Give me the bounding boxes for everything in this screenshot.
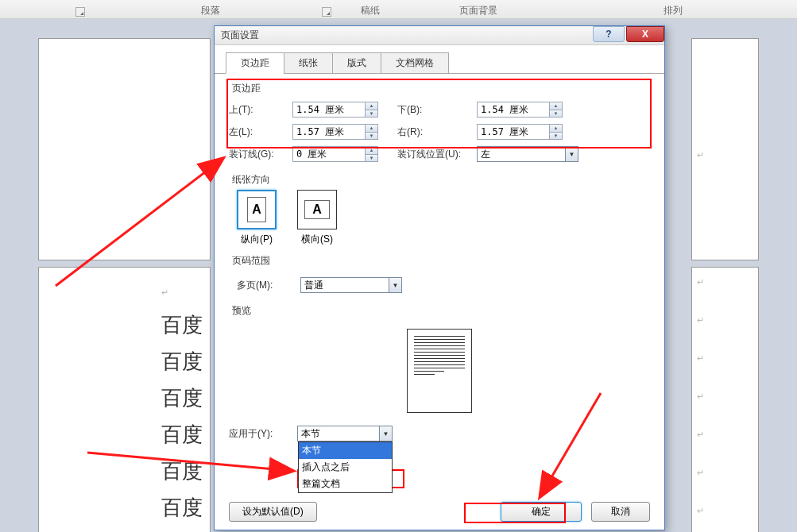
- gutter-pos-label: 装订线位置(U):: [397, 148, 477, 161]
- tab-margins[interactable]: 页边距: [226, 52, 284, 74]
- multipage-value[interactable]: [301, 278, 389, 292]
- gutter-spinner[interactable]: ▲▼: [292, 146, 378, 162]
- paragraph-mark-icon: ↵: [697, 391, 704, 402]
- chevron-down-icon[interactable]: ▼: [379, 426, 392, 441]
- gutter-pos-value[interactable]: [478, 147, 565, 161]
- paragraph-mark-icon: ↵: [697, 468, 704, 478]
- button-label: 确定: [532, 506, 551, 517]
- tab-label: 文档网格: [396, 57, 434, 68]
- right-margin-input[interactable]: [478, 125, 549, 139]
- doc-text: 百度: [161, 380, 210, 417]
- group-legend: 页码范围: [229, 254, 273, 268]
- dialog-tabs: 页边距 纸张 版式 文档网格: [215, 45, 664, 74]
- landscape-label: 横向(S): [301, 233, 333, 246]
- page-setup-dialog: 页面设置 ? X 页边距 纸张 版式 文档网格 页边距 上(T): ▲▼ 下(B…: [214, 25, 665, 530]
- preview-group: 预览: [229, 304, 650, 416]
- portrait-label: 纵向(P): [241, 233, 273, 246]
- apply-to-value[interactable]: [298, 426, 379, 441]
- ribbon-label: 排列: [664, 4, 683, 17]
- top-margin-label: 上(T):: [229, 103, 292, 117]
- apply-option-after[interactable]: 插入点之后: [299, 459, 392, 476]
- ok-button[interactable]: 确定: [501, 502, 582, 522]
- right-margin-spinner[interactable]: ▲▼: [477, 124, 563, 140]
- group-legend: 预览: [229, 304, 254, 318]
- pages-group: 页码范围 多页(M): ▼: [229, 254, 650, 296]
- ribbon-label: 段落: [201, 4, 220, 17]
- top-margin-input[interactable]: [293, 102, 365, 117]
- ribbon-label: 页面背景: [459, 4, 497, 17]
- default-button[interactable]: 设为默认值(D): [229, 502, 317, 522]
- apply-option-section[interactable]: 本节: [299, 442, 392, 459]
- group-legend: 页边距: [229, 82, 264, 95]
- doc-text: 百度: [161, 344, 210, 380]
- tab-label: 版式: [347, 57, 366, 68]
- tab-paper[interactable]: 纸张: [284, 52, 333, 74]
- spin-up-icon[interactable]: ▲: [366, 125, 377, 133]
- paragraph-mark-icon: ↵: [697, 506, 704, 516]
- spin-down-icon[interactable]: ▼: [550, 110, 562, 118]
- chevron-down-icon[interactable]: ▼: [389, 278, 401, 292]
- portrait-icon: A: [247, 197, 266, 222]
- paragraph-mark-icon: ↵: [697, 150, 704, 160]
- doc-text: 百度: [161, 453, 210, 490]
- paragraph-mark-icon: ↵: [697, 277, 704, 287]
- dialog-body: 页边距 上(T): ▲▼ 下(B): ▲▼ 左(L): ▲▼: [215, 74, 664, 449]
- bottom-margin-spinner[interactable]: ▲▼: [477, 102, 563, 118]
- doc-text: 百度: [161, 490, 210, 526]
- tab-label: 页边距: [241, 57, 269, 68]
- multipage-combo[interactable]: ▼: [300, 277, 402, 293]
- gutter-label: 装订线(G):: [229, 148, 292, 161]
- spin-up-icon[interactable]: ▲: [550, 125, 562, 133]
- spin-down-icon[interactable]: ▼: [366, 155, 377, 162]
- apply-to-combo[interactable]: ▼ 本节 插入点之后 整篇文档: [297, 426, 393, 441]
- dialog-titlebar[interactable]: 页面设置 ? X: [215, 26, 664, 45]
- portrait-button[interactable]: A: [237, 190, 277, 229]
- top-margin-spinner[interactable]: ▲▼: [292, 102, 378, 118]
- cancel-button[interactable]: 取消: [591, 502, 650, 522]
- ribbon-group: [0, 0, 87, 19]
- document-page: ↵ ↵ ↵ ↵ ↵ ↵ ↵: [691, 267, 759, 532]
- ribbon-group-pagebg: 页面背景: [407, 0, 550, 19]
- help-icon: ?: [605, 29, 611, 40]
- button-label: 取消: [611, 506, 630, 517]
- gutter-pos-combo[interactable]: ▼: [477, 146, 578, 162]
- group-legend: 纸张方向: [229, 173, 273, 187]
- dialog-title: 页面设置: [221, 29, 259, 42]
- apply-option-whole[interactable]: 整篇文档: [299, 476, 392, 492]
- paragraph-mark-icon: ↵: [697, 430, 704, 440]
- document-page: [38, 38, 211, 260]
- margins-group: 页边距 上(T): ▲▼ 下(B): ▲▼ 左(L): ▲▼: [229, 82, 650, 165]
- ribbon-label: 稿纸: [361, 4, 380, 17]
- tab-grid[interactable]: 文档网格: [381, 52, 449, 74]
- spin-down-icon[interactable]: ▼: [366, 110, 377, 118]
- paragraph-mark-icon: ↵: [161, 274, 168, 310]
- spin-up-icon[interactable]: ▲: [550, 102, 562, 110]
- tab-layout[interactable]: 版式: [332, 52, 381, 74]
- dialog-button-row: 设为默认值(D) 确定 取消: [229, 502, 650, 522]
- gutter-input[interactable]: [293, 147, 365, 161]
- left-margin-spinner[interactable]: ▲▼: [292, 124, 378, 140]
- landscape-icon: A: [304, 200, 330, 219]
- apply-to-label: 应用于(Y):: [229, 427, 297, 441]
- close-button[interactable]: X: [626, 26, 664, 42]
- document-page: ↵ 百度 百度 百度 百度 百度 百度: [38, 267, 211, 532]
- spin-up-icon[interactable]: ▲: [366, 102, 377, 110]
- doc-text: 百度: [161, 417, 210, 453]
- chevron-down-icon[interactable]: ▼: [565, 147, 578, 161]
- left-margin-label: 左(L):: [229, 125, 292, 139]
- dialog-launcher-icon[interactable]: [322, 7, 331, 17]
- spin-down-icon[interactable]: ▼: [550, 133, 562, 140]
- close-icon: X: [642, 29, 648, 40]
- multipage-label: 多页(M):: [237, 279, 300, 292]
- paragraph-mark-icon: ↵: [697, 315, 704, 326]
- tab-label: 纸张: [299, 57, 318, 68]
- left-margin-input[interactable]: [293, 125, 365, 139]
- spin-up-icon[interactable]: ▲: [366, 147, 377, 155]
- doc-text: 百度: [161, 307, 210, 344]
- paragraph-mark-icon: ↵: [697, 353, 704, 364]
- dialog-launcher-icon[interactable]: [75, 7, 85, 17]
- landscape-button[interactable]: A: [297, 190, 337, 229]
- bottom-margin-input[interactable]: [478, 102, 549, 117]
- spin-down-icon[interactable]: ▼: [366, 133, 377, 140]
- help-button[interactable]: ?: [593, 26, 625, 42]
